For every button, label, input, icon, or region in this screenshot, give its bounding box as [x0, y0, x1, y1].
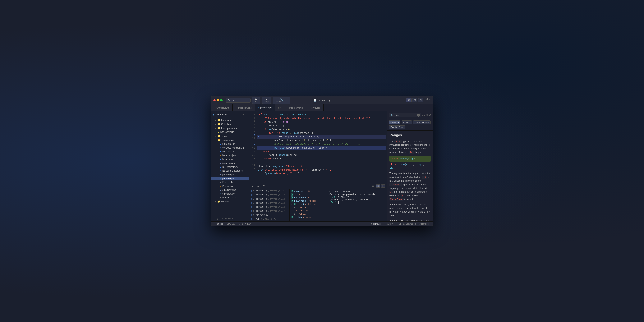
tab-quicksort[interactable]: ● quicksort.php — [233, 104, 255, 111]
tab-http-server[interactable]: ● http_server.js — [284, 104, 306, 111]
line-num-17: 17 — [251, 160, 255, 164]
sidebar-item-untitled-class[interactable]: ● Untitled.class — [211, 196, 249, 200]
stop-button[interactable]: ■ Stop — [262, 96, 271, 104]
docs-python3-button[interactable]: Python 3 — [389, 120, 400, 124]
output-line-4: ['abcdef', 'abcdfe', 'abcedf'] — [330, 198, 386, 201]
app-window: Python JavaScript Swift PHP ▶ Run ■ Stop… — [211, 96, 433, 226]
sidebar-back-button[interactable]: ‹ — [242, 113, 244, 116]
add-folder-button[interactable]: ⊡ — [216, 217, 219, 220]
int-code: int — [422, 176, 427, 179]
folder-icon: 📁 — [217, 119, 220, 122]
output-line-1: Charset: abcdef — [330, 190, 386, 193]
stack-frame-0[interactable]: ▣ 0 permute() permute.py:9 — [249, 189, 290, 193]
sidebar-item-fibonacci[interactable]: ● fibonacci.m — [211, 150, 249, 154]
sidebar-item-iterations-php[interactable]: ● iterations.php — [211, 161, 249, 165]
sidebar-item-tests[interactable]: ▶ 📁 Tests — [211, 134, 249, 138]
sidebar-item-calculator[interactable]: ▶ 📁 Calculator — [211, 122, 249, 126]
panel-btn-right[interactable]: ⊢ — [381, 184, 386, 188]
folder-icon: 📁 — [217, 134, 220, 138]
docs-find-on-page-button[interactable]: Find On Page — [389, 125, 405, 129]
sidebar-item-nspredicate[interactable]: ● NSPredicate.m — [211, 165, 249, 169]
view-btn-triple[interactable]: ⊟ — [418, 98, 424, 102]
stack-frame-3[interactable]: ▣ 3 permute() permute.py:12 — [249, 201, 290, 205]
debug-vars: V charset = 'df' V i = 1 V newCharset — [290, 189, 328, 222]
debug-clear-button[interactable]: 🗑 — [372, 184, 374, 188]
sidebar-item-bruteforce-m[interactable]: ● bruteforce.m — [211, 142, 249, 146]
stack-frame-6[interactable]: ▣ 6 <string>:1 — [249, 213, 290, 217]
docs-content: Ranges The range type represents an immu… — [387, 130, 433, 222]
sidebar-item-permute-py[interactable]: ● permute.py — [211, 176, 249, 180]
php-icon: ● — [220, 189, 222, 191]
frame-file: permute.py:19 — [268, 210, 284, 212]
close-button[interactable] — [213, 99, 216, 102]
tab-untitled-swift[interactable]: ● Untitled.swift — [211, 104, 233, 111]
sidebar-item-conways[interactable]: ● conways_constant.m — [211, 146, 249, 150]
docs-view-button[interactable]: 👁 — [426, 114, 428, 117]
view-btn-split[interactable]: ⊞ — [412, 98, 418, 102]
add-file-button[interactable]: + — [213, 217, 214, 220]
tab-permute[interactable]: ● permute.py — [255, 104, 275, 111]
code-line-13: else: — [257, 150, 386, 153]
stack-frame-2[interactable]: ▣ 2 permute() permute.py:12 — [249, 197, 290, 201]
docs-back-button[interactable]: ‹ — [422, 114, 423, 117]
sidebar-item-euler[interactable]: ▶ 📁 Euler problems — [211, 126, 249, 130]
function-text: permute — [373, 223, 381, 225]
docs-google-button[interactable]: Google — [402, 120, 412, 124]
minimize-button[interactable] — [217, 99, 219, 102]
sidebar-item-nsstring[interactable]: ● NSString traverse.m — [211, 169, 249, 173]
range-fn2: range — [398, 163, 404, 166]
maximize-button[interactable] — [220, 99, 222, 102]
file-icon: 📄 — [314, 99, 317, 102]
language-select[interactable]: Python JavaScript Swift PHP — [226, 98, 250, 102]
add-tab-button[interactable]: + — [428, 106, 433, 111]
item-label: quicksort.py — [222, 192, 234, 195]
search-clear-button[interactable]: ✕ — [417, 114, 420, 116]
expand-icon[interactable]: ▼ — [291, 203, 292, 206]
cpu-text: CPU 0% — [227, 223, 235, 225]
docs-stackoverflow-button[interactable]: Stack Overflow — [413, 120, 431, 124]
status-docs: ⊟ Ranges ⌃ — [419, 222, 431, 225]
pdb-prompt: (Pdb) — [330, 196, 336, 198]
sidebar-item-quicksort-php[interactable]: ● quicksort.php — [211, 188, 249, 192]
item-label: iterations.java — [222, 154, 236, 157]
var-value: = 'abcedf' — [296, 213, 309, 215]
debug-resume-button[interactable]: ▶ — [251, 184, 254, 188]
debug-output[interactable]: Charset: abcdef Calculating permutations… — [328, 189, 387, 222]
var-result-2: 2 = 'abcedf' — [290, 212, 327, 216]
sidebar-item-iterations-java[interactable]: ● iterations.java — [211, 154, 249, 157]
tab-style[interactable]: ● style.css — [306, 104, 324, 111]
docs-search-input[interactable] — [394, 114, 416, 116]
stack-frame-1[interactable]: ▣ 1 permute() permute.py:12 — [249, 193, 290, 197]
sidebar-item-quicksort-py[interactable]: ● quicksort.py — [211, 192, 249, 196]
debug-step-over-button[interactable]: ▲ — [256, 184, 260, 188]
sidebar-item-iterations-m[interactable]: ● iterations.m — [211, 157, 249, 161]
run-settings-button[interactable]: 🔧 Run Settings... — [272, 96, 290, 104]
chevron-icon: ▶ — [215, 201, 216, 202]
tab-loading[interactable] — [275, 104, 284, 111]
docs-forward-button[interactable]: › — [424, 114, 425, 117]
code-editor[interactable]: def permute(charset, string, result): ""… — [256, 111, 387, 183]
sidebar-item-permute-php[interactable]: ● permute.php — [211, 173, 249, 176]
move-button[interactable]: → — [220, 217, 223, 220]
tab-label: style.css — [312, 106, 320, 109]
docs-settings-button[interactable]: ⚙ — [429, 114, 432, 117]
panel-btn-left[interactable]: ⊡ — [376, 184, 380, 188]
debug-step-into-button[interactable]: ▼ — [262, 184, 266, 188]
sidebar-item-http-server-js[interactable]: ● http_server.js — [211, 130, 249, 134]
item-label: bruteforce.m — [222, 142, 235, 145]
sidebar-item-useful-code[interactable]: ▼ 📂 Useful code — [211, 138, 249, 142]
stack-frame-5[interactable]: ▣ 5 permute() permute.py:19 — [249, 209, 290, 213]
sidebar-item-bruteforce[interactable]: ▶ 📁 bruteforce — [211, 118, 249, 122]
stack-frame-7[interactable]: ▣ 7 run() bdb.py:400 — [249, 217, 290, 221]
debug-step-out-button[interactable]: ↑ — [268, 184, 270, 188]
sidebar-item-primes-java[interactable]: ● Primes.java — [211, 184, 249, 188]
code-container[interactable]: 3 4 5 6 7 8 9 10 11 12 13 14 15 16 17 18 — [249, 111, 387, 183]
sidebar-forward-button[interactable]: › — [245, 113, 247, 116]
view-btn-single[interactable]: ▣ — [406, 98, 412, 102]
chevron-icon: ▶ — [215, 119, 216, 121]
sidebar-item-primes-class[interactable]: ● Primes.class — [211, 180, 249, 184]
run-button[interactable]: ▶ Run — [252, 96, 260, 104]
sidebar-item-website[interactable]: ▶ 📁 Website — [211, 200, 249, 204]
var-string: V string = 'abce' — [290, 216, 327, 219]
stack-frame-4[interactable]: ▣ 4 permute() permute.py:12 — [249, 205, 290, 209]
